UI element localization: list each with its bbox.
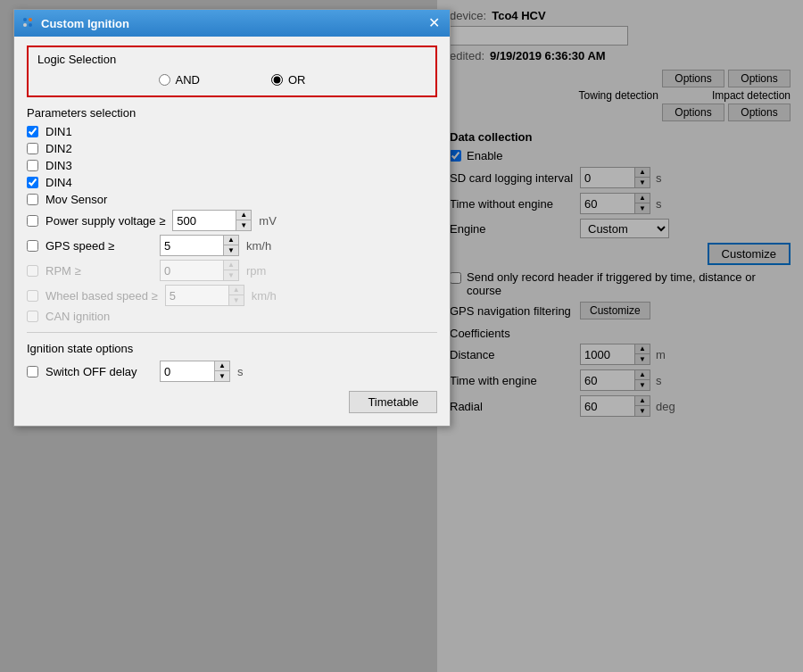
switch-off-delay-label: Switch OFF delay [46, 365, 153, 378]
param-power-supply-input[interactable]: 500 [173, 211, 236, 230]
switch-off-delay-spin-down[interactable]: ▼ [215, 371, 229, 381]
switch-off-delay-spinbox: 0 ▲ ▼ [160, 361, 230, 382]
radio-or[interactable] [271, 74, 283, 86]
svg-point-3 [29, 23, 32, 27]
radio-or-label: OR [288, 73, 306, 87]
param-din2-row: DIN2 [27, 142, 437, 155]
param-gps-speed-spin-up[interactable]: ▲ [224, 236, 238, 245]
radio-or-option: OR [271, 73, 306, 87]
param-gps-speed-spinbox: 5 ▲ ▼ [160, 235, 239, 256]
param-din4-row: DIN4 [27, 176, 437, 189]
param-wheel-speed-spin-down[interactable]: ▼ [229, 295, 244, 305]
param-gps-speed-spin-down[interactable]: ▼ [224, 245, 238, 255]
param-wheel-speed-checkbox[interactable] [27, 290, 38, 302]
switch-off-delay-spin-buttons: ▲ ▼ [214, 361, 229, 381]
app-icon [21, 16, 36, 30]
switch-off-delay-checkbox[interactable] [27, 366, 38, 377]
custom-ignition-dialog: Custom Ignition ✕ Logic Selection AND OR… [13, 9, 451, 427]
switch-off-delay-input[interactable]: 0 [161, 361, 214, 381]
param-power-supply-row: Power supply voltage ≥ 500 ▲ ▼ mV [27, 210, 437, 231]
param-gps-speed-unit: km/h [246, 239, 271, 253]
param-din4-label: DIN4 [46, 176, 153, 189]
dialog-body: Logic Selection AND OR Parameters select… [14, 37, 450, 426]
param-can-ignition-label: CAN ignition [46, 310, 153, 323]
param-wheel-speed-spin-buttons: ▲ ▼ [228, 286, 244, 305]
svg-point-2 [23, 23, 27, 27]
param-mov-sensor-label: Mov Sensor [46, 193, 153, 206]
radio-row: AND OR [37, 73, 426, 87]
param-rpm-unit: rpm [246, 264, 266, 278]
svg-point-0 [23, 18, 27, 21]
param-wheel-speed-spinbox: 5 ▲ ▼ [165, 285, 244, 306]
param-rpm-spin-down[interactable]: ▼ [224, 270, 238, 280]
param-din1-checkbox[interactable] [27, 126, 38, 137]
param-din2-checkbox[interactable] [27, 143, 38, 154]
param-power-supply-spin-down[interactable]: ▼ [236, 220, 251, 230]
radio-and[interactable] [159, 74, 170, 86]
param-gps-speed-label: GPS speed ≥ [46, 239, 153, 253]
param-mov-sensor-row: Mov Sensor [27, 193, 437, 206]
param-gps-speed-input[interactable]: 5 [161, 236, 223, 255]
param-din4-checkbox[interactable] [27, 177, 38, 188]
param-din3-row: DIN3 [27, 159, 437, 172]
param-gps-speed-spin-buttons: ▲ ▼ [223, 236, 238, 255]
param-din2-label: DIN2 [46, 142, 153, 155]
param-din1-row: DIN1 [27, 125, 437, 138]
params-section: Parameters selection DIN1 DIN2 DIN3 DIN4 [27, 106, 437, 323]
logic-selection-label: Logic Selection [37, 53, 426, 66]
param-wheel-speed-unit: km/h [252, 289, 277, 303]
param-can-ignition-checkbox[interactable] [27, 311, 38, 322]
switch-off-delay-spin-up[interactable]: ▲ [215, 361, 229, 371]
param-rpm-label: RPM ≥ [46, 264, 153, 278]
param-wheel-speed-row: Wheel based speed ≥ 5 ▲ ▼ km/h [27, 285, 437, 306]
param-power-supply-spin-buttons: ▲ ▼ [236, 211, 251, 230]
params-title: Parameters selection [27, 106, 437, 120]
param-rpm-spin-buttons: ▲ ▼ [223, 261, 238, 280]
param-rpm-input[interactable]: 0 [161, 261, 223, 280]
param-din3-checkbox[interactable] [27, 160, 38, 171]
param-gps-speed-row: GPS speed ≥ 5 ▲ ▼ km/h [27, 235, 437, 256]
param-rpm-row: RPM ≥ 0 ▲ ▼ rpm [27, 260, 437, 281]
radio-and-label: AND [176, 73, 200, 87]
param-rpm-spin-up[interactable]: ▲ [224, 261, 238, 270]
param-rpm-checkbox[interactable] [27, 265, 38, 277]
timetable-button[interactable]: Timetable [349, 391, 437, 413]
param-gps-speed-checkbox[interactable] [27, 240, 38, 252]
param-power-supply-label: Power supply voltage ≥ [46, 214, 165, 228]
dialog-close-button[interactable]: ✕ [425, 14, 443, 32]
param-wheel-speed-label: Wheel based speed ≥ [46, 289, 158, 303]
dialog-title-text: Custom Ignition [41, 17, 129, 30]
param-mov-sensor-checkbox[interactable] [27, 194, 38, 205]
dialog-titlebar: Custom Ignition ✕ [14, 10, 450, 37]
dialog-title-left: Custom Ignition [21, 16, 129, 30]
param-din3-label: DIN3 [46, 159, 153, 172]
ignition-state-section: Ignition state options Switch OFF delay … [27, 332, 437, 382]
param-power-supply-spinbox: 500 ▲ ▼ [172, 210, 252, 231]
param-power-supply-unit: mV [259, 214, 277, 228]
timetable-row: Timetable [27, 391, 437, 413]
radio-and-option: AND [159, 73, 200, 87]
logic-selection-box: Logic Selection AND OR [27, 46, 437, 97]
switch-off-delay-unit: s [237, 365, 244, 378]
ignition-state-row: Switch OFF delay 0 ▲ ▼ s [27, 361, 437, 382]
param-power-supply-spin-up[interactable]: ▲ [236, 211, 251, 220]
param-wheel-speed-spin-up[interactable]: ▲ [229, 286, 244, 295]
param-rpm-spinbox: 0 ▲ ▼ [160, 260, 239, 281]
svg-point-1 [29, 18, 32, 21]
param-wheel-speed-input[interactable]: 5 [166, 286, 228, 305]
param-power-supply-checkbox[interactable] [27, 215, 38, 227]
ignition-state-title: Ignition state options [27, 342, 437, 355]
param-din1-label: DIN1 [46, 125, 153, 138]
param-can-ignition-row: CAN ignition [27, 310, 437, 323]
